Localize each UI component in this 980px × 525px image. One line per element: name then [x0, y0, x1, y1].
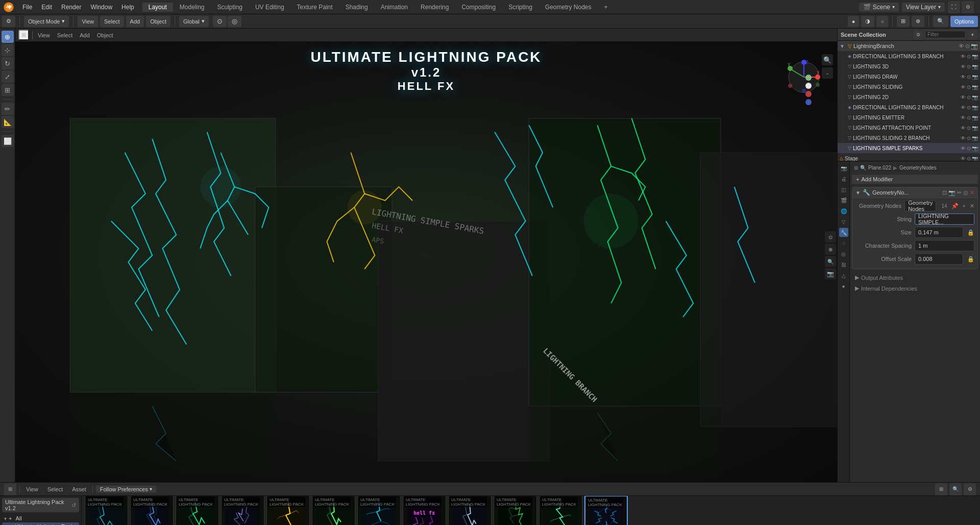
- outliner-item-simplesparks[interactable]: ▽ LIGHTNING SIMPLE SPARKS 👁 ⊙ 📷: [838, 143, 980, 153]
- asset-thumb-6[interactable]: ULTIMATELIGHTNING PACK: [312, 496, 355, 525]
- outliner-filter-btn[interactable]: ⚙: [914, 30, 923, 39]
- outliner-item-lightning3d[interactable]: ▽ LIGHTNING 3D 👁 ⊙ 📷: [838, 61, 980, 71]
- tab-animation[interactable]: Animation: [375, 3, 414, 12]
- object-mode-dropdown[interactable]: Object Mode ▾: [24, 16, 69, 27]
- 3d-viewport[interactable]: ⊞ View Select Add Object ULTIMATE LIGHTN…: [15, 29, 837, 482]
- tab-add[interactable]: +: [598, 3, 614, 12]
- offset-lock-icon[interactable]: 🔒: [967, 256, 974, 262]
- visibility-icon[interactable]: 👁: [961, 54, 966, 59]
- asset-thumb-3[interactable]: ULTIMATELIGHTNING PACK: [176, 496, 219, 525]
- viewport-shading-rendered[interactable]: ○: [876, 16, 888, 27]
- output-props-icon[interactable]: 🖨: [839, 174, 848, 183]
- outliner-item-dir3branch[interactable]: ◈ DIRECTIONAL LIGHTNING 3 BRANCH 👁 ⊙ 📷: [838, 51, 980, 61]
- add-modifier-btn[interactable]: + Add Modifier: [852, 175, 978, 184]
- orientation-gizmo[interactable]: X Y Z: [786, 59, 822, 95]
- cursor-tool[interactable]: ⊕: [2, 31, 14, 43]
- particles-icon[interactable]: ⁘: [839, 238, 848, 248]
- render-icon[interactable]: 📷: [972, 115, 978, 121]
- select-icon[interactable]: ⊙: [967, 146, 971, 151]
- transform-tool[interactable]: ⊞: [2, 84, 14, 96]
- proportional-edit-btn[interactable]: ◎: [228, 16, 241, 27]
- menu-render[interactable]: Render: [57, 3, 85, 12]
- transform-orientation-dropdown[interactable]: Global ▾: [179, 16, 209, 27]
- tab-uv-editing[interactable]: UV Editing: [249, 3, 290, 12]
- sidebar-toggle[interactable]: ⊙: [825, 231, 836, 243]
- output-attributes-section[interactable]: ▶ Output Attributes: [852, 272, 978, 283]
- modifier-toggle[interactable]: ▼: [855, 190, 861, 196]
- select-icon[interactable]: ⊙: [967, 105, 971, 110]
- add-cube-tool[interactable]: ⬜: [2, 135, 14, 147]
- mod-delete-icon[interactable]: ✕: [970, 189, 974, 196]
- outliner-item-lightningsliding[interactable]: ▽ LIGHTNING SLIDING 👁 ⊙ 📷: [838, 82, 980, 92]
- scene-selector[interactable]: 🎬 Scene ▾: [859, 3, 899, 12]
- render-icon[interactable]: 📷: [972, 54, 978, 59]
- render-icon[interactable]: 📷: [971, 43, 978, 50]
- constraints-icon[interactable]: ⛓: [839, 260, 848, 269]
- view-layer-props-icon[interactable]: ◫: [839, 185, 848, 194]
- zoom-nav-btn[interactable]: 🔍: [825, 256, 836, 267]
- render-icon[interactable]: 📷: [972, 125, 978, 131]
- asset-thumb-2[interactable]: ULTIMATELIGHTNING PACK: [130, 496, 174, 525]
- visibility-icon[interactable]: 👁: [961, 115, 966, 121]
- vp-object-menu[interactable]: Object: [95, 31, 115, 39]
- tree-item-ulp[interactable]: ▾ Ultimate Lightning Pack 1.2: [2, 522, 79, 525]
- outliner-item-stage[interactable]: △ Stage 👁 ⊙ 📷: [838, 153, 980, 161]
- asset-grid-view-btn[interactable]: ⊞: [935, 483, 947, 495]
- tree-item-all[interactable]: ▾ + All: [2, 514, 79, 522]
- mod-realtime-icon[interactable]: ⊡: [942, 189, 947, 196]
- render-icon[interactable]: 📷: [972, 135, 978, 141]
- object-menu-btn[interactable]: Object: [146, 16, 170, 27]
- measure-tool[interactable]: 📐: [2, 116, 14, 128]
- geo-close-icon[interactable]: ✕: [970, 203, 974, 209]
- select-menu-btn[interactable]: Select: [100, 16, 124, 27]
- size-value[interactable]: 0.147 m: [915, 227, 963, 238]
- select-icon[interactable]: ⊙: [967, 156, 971, 161]
- viewport-shading-material[interactable]: ◑: [861, 16, 874, 27]
- vp-editor-type[interactable]: ⊞: [18, 30, 29, 40]
- vp-add-menu[interactable]: Add: [78, 31, 92, 39]
- tab-rendering[interactable]: Rendering: [414, 3, 455, 12]
- tab-shading[interactable]: Shading: [339, 3, 374, 12]
- asset-thumb-9[interactable]: ULTIMATELIGHTNING PACK: [448, 496, 492, 525]
- tab-texture-paint[interactable]: Texture Paint: [291, 3, 339, 12]
- asset-thumb-4[interactable]: ULTIMATELIGHTNING PACK: [221, 496, 264, 525]
- outliner-search-input[interactable]: [925, 31, 966, 38]
- select-icon[interactable]: ⊙: [967, 74, 971, 80]
- vp-view-menu[interactable]: View: [36, 31, 52, 39]
- move-tool[interactable]: ⊹: [2, 44, 14, 56]
- modifier-props-icon active[interactable]: 🔧: [839, 228, 848, 237]
- zoom-in-btn[interactable]: 🔍: [822, 54, 833, 65]
- visibility-icon[interactable]: 👁: [961, 135, 966, 141]
- editor-type-btn[interactable]: ⚙: [2, 16, 15, 27]
- asset-select-btn[interactable]: Select: [44, 486, 66, 493]
- mod-cage-icon[interactable]: ◎: [963, 189, 968, 196]
- asset-thumb-10[interactable]: ULTIMATELIGHTNING PACK: [494, 496, 537, 525]
- visibility-icon[interactable]: 👁: [961, 94, 966, 100]
- mod-edit-icon[interactable]: ✏: [957, 189, 962, 196]
- visibility-icon[interactable]: 👁: [959, 43, 964, 50]
- visibility-icon[interactable]: 👁: [961, 74, 966, 80]
- visibility-icon[interactable]: 👁: [961, 156, 966, 161]
- outliner-options-btn[interactable]: ▾: [968, 30, 977, 39]
- select-icon[interactable]: ⊙: [967, 84, 971, 90]
- asset-thumb-5[interactable]: ULTIMATELIGHTNING PACK: [266, 496, 310, 525]
- asset-editor-type-btn[interactable]: ⊞: [4, 483, 16, 495]
- overlay-btn[interactable]: ⊞: [897, 16, 910, 27]
- select-icon[interactable]: ⊙: [967, 64, 971, 69]
- scene-props-icon[interactable]: 🎬: [839, 196, 848, 205]
- mod-render-icon[interactable]: 📷: [948, 189, 955, 196]
- select-icon[interactable]: ⊙: [967, 125, 971, 131]
- render-icon[interactable]: 📷: [972, 94, 978, 100]
- add-menu-btn[interactable]: Add: [126, 16, 144, 27]
- geo-pin-icon[interactable]: 📌: [951, 203, 959, 209]
- geo-new-icon[interactable]: +: [963, 203, 966, 209]
- asset-thumb-11[interactable]: ULTIMATELIGHTNING PACK: [539, 496, 582, 525]
- follow-preferences-btn[interactable]: Follow Preferences ▾: [96, 486, 156, 493]
- outliner-item-lightning2d[interactable]: ▽ LIGHTNING 2D 👁 ⊙ 📷: [838, 92, 980, 102]
- zoom-out-btn[interactable]: -: [822, 67, 833, 79]
- select-icon[interactable]: ⊙: [967, 135, 971, 141]
- rotate-tool[interactable]: ↻: [2, 57, 14, 69]
- size-lock-icon[interactable]: 🔒: [967, 229, 974, 236]
- asset-thumb-7[interactable]: ULTIMATELIGHTNING PACK: [357, 496, 401, 525]
- visibility-icon[interactable]: 👁: [961, 146, 966, 151]
